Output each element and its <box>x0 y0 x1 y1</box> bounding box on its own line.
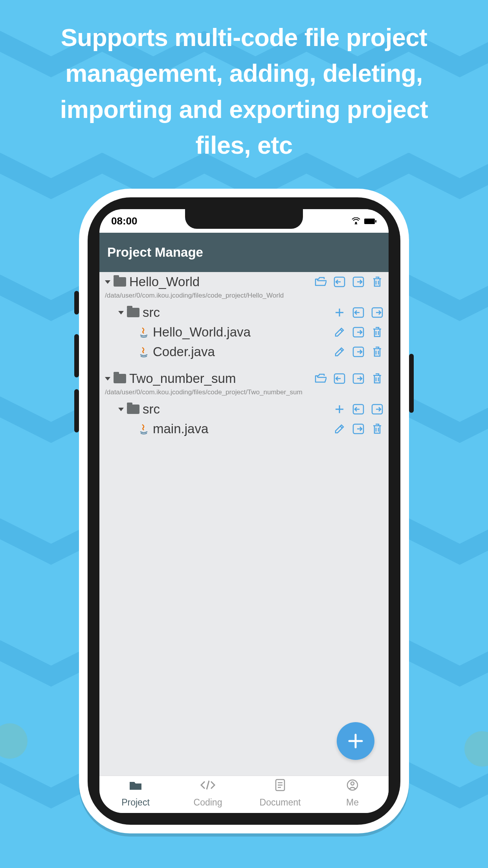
svg-point-2 <box>355 222 357 224</box>
chevron-down-icon <box>105 377 110 381</box>
folder-icon <box>114 374 126 383</box>
battery-icon <box>364 215 377 227</box>
edit-icon[interactable] <box>334 423 345 435</box>
code-icon <box>200 779 216 791</box>
nav-label: Coding <box>194 797 222 808</box>
file-name: main.java <box>153 421 208 436</box>
document-icon <box>272 779 288 791</box>
export-icon[interactable] <box>352 423 364 435</box>
nav-label: Document <box>260 797 301 808</box>
nav-coding[interactable]: Coding <box>172 776 244 813</box>
project-name: Hello_World <box>129 274 200 289</box>
folder-row[interactable]: src <box>99 399 389 419</box>
wifi-icon <box>352 215 360 227</box>
file-row[interactable]: main.java <box>99 419 389 439</box>
app-header: Project Manage <box>99 233 389 272</box>
bottom-nav: Project Coding Document Me <box>99 776 389 813</box>
delete-icon[interactable] <box>371 346 383 358</box>
file-name: Hello_World.java <box>153 325 251 340</box>
nav-document[interactable]: Document <box>244 776 316 813</box>
java-file-icon <box>138 326 150 338</box>
fab-add-button[interactable] <box>337 722 374 760</box>
nav-project[interactable]: Project <box>99 776 172 813</box>
add-icon[interactable] <box>334 307 345 318</box>
file-row[interactable]: Hello_World.java <box>99 322 389 342</box>
project-name: Two_number_sum <box>129 371 236 386</box>
nav-label: Project <box>121 797 150 808</box>
project-row[interactable]: Two_number_sum <box>99 369 389 388</box>
delete-icon[interactable] <box>371 276 383 288</box>
export-icon[interactable] <box>371 403 383 415</box>
folder-icon <box>114 277 126 287</box>
chevron-down-icon <box>118 408 124 411</box>
page-title: Project Manage <box>107 245 203 260</box>
chevron-down-icon <box>105 280 110 284</box>
export-icon[interactable] <box>371 307 383 318</box>
import-icon[interactable] <box>352 307 364 318</box>
open-folder-icon[interactable] <box>315 373 327 384</box>
folder-name: src <box>143 402 160 417</box>
file-name: Coder.java <box>153 344 215 359</box>
export-icon[interactable] <box>352 326 364 338</box>
export-icon[interactable] <box>352 373 364 384</box>
delete-icon[interactable] <box>371 423 383 435</box>
import-icon[interactable] <box>334 276 345 288</box>
java-file-icon <box>138 346 150 358</box>
folder-icon <box>127 405 139 414</box>
import-icon[interactable] <box>352 403 364 415</box>
import-icon[interactable] <box>334 373 345 384</box>
user-icon <box>345 779 360 791</box>
svg-rect-3 <box>364 219 375 224</box>
edit-icon[interactable] <box>334 326 345 338</box>
folder-icon <box>127 308 139 317</box>
project-row[interactable]: Hello_World <box>99 272 389 292</box>
hero-description: Supports multi-code file project managem… <box>0 20 488 163</box>
svg-point-18 <box>351 782 354 785</box>
chevron-down-icon <box>118 311 124 314</box>
folder-row[interactable]: src <box>99 303 389 322</box>
folder-icon <box>128 779 143 791</box>
edit-icon[interactable] <box>334 346 345 358</box>
svg-rect-4 <box>375 220 376 223</box>
folder-name: src <box>143 305 160 320</box>
file-row[interactable]: Coder.java <box>99 342 389 362</box>
delete-icon[interactable] <box>371 373 383 384</box>
nav-me[interactable]: Me <box>316 776 389 813</box>
project-list: Hello_World /data/user/0/com.ikou.jcodin… <box>99 272 389 776</box>
status-time: 08:00 <box>111 215 138 227</box>
export-icon[interactable] <box>352 276 364 288</box>
nav-label: Me <box>346 797 359 808</box>
project-path: /data/user/0/com.ikou.jcoding/files/code… <box>99 292 389 303</box>
project-path: /data/user/0/com.ikou.jcoding/files/code… <box>99 388 389 399</box>
open-folder-icon[interactable] <box>315 276 327 288</box>
export-icon[interactable] <box>352 346 364 358</box>
delete-icon[interactable] <box>371 326 383 338</box>
add-icon[interactable] <box>334 403 345 415</box>
java-file-icon <box>138 423 150 435</box>
phone-mockup: 08:00 Project Manage Hello_World <box>79 189 409 833</box>
